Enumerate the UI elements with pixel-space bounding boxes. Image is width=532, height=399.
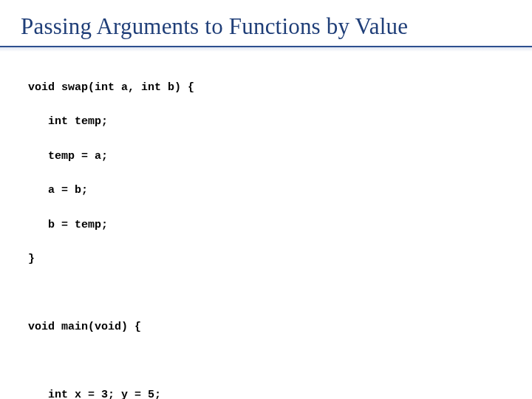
code-line: void main(void) { <box>28 318 511 335</box>
blank-line <box>28 285 511 301</box>
code-line: temp = a; <box>28 148 511 165</box>
code-line: a = b; <box>28 182 511 199</box>
slide: Passing Arguments to Functions by Value … <box>0 0 532 399</box>
rule-gradient <box>0 47 532 52</box>
code-line: int temp; <box>28 113 511 130</box>
code-line: b = temp; <box>28 216 511 233</box>
code-line: } <box>28 250 511 267</box>
code-block: void swap(int a, int b) { int temp; temp… <box>28 62 511 399</box>
slide-title: Passing Arguments to Functions by Value <box>21 13 511 40</box>
blank-line <box>28 353 511 369</box>
code-line: int x = 3; y = 5; <box>28 386 511 399</box>
code-line: void swap(int a, int b) { <box>28 79 511 96</box>
title-rule <box>21 44 511 52</box>
